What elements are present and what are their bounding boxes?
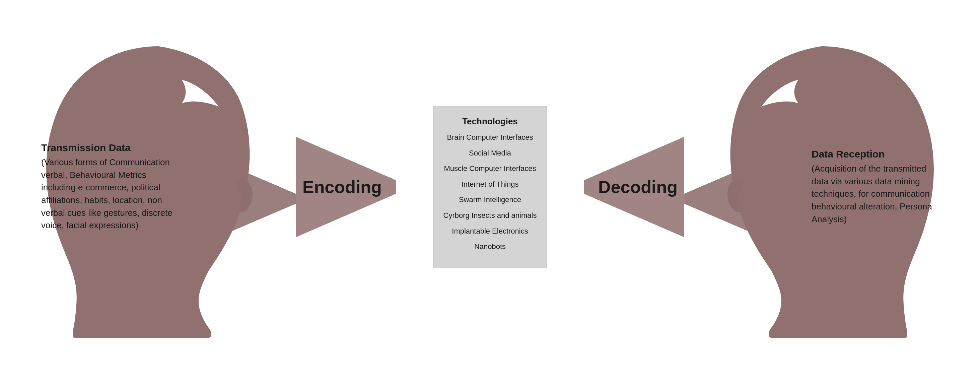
technologies-box: Technologies Brain Computer Interfaces S… (433, 106, 547, 268)
right-head: Data Reception (Acquisition of the trans… (684, 36, 959, 338)
reception-body: (Acquisition of the transmitted data via… (811, 162, 939, 226)
svg-marker-3 (684, 164, 755, 234)
tech-item-7: Implantable Electronics (440, 226, 540, 236)
svg-marker-0 (225, 164, 296, 234)
tech-item-8: Nanobots (440, 242, 540, 251)
middle-section: Encoding Technologies Brain Computer Int… (296, 36, 684, 338)
tech-item-4: Internet of Things (440, 180, 540, 189)
tech-item-2: Social Media (440, 148, 540, 158)
transmission-title: Transmission Data (41, 142, 182, 153)
tech-item-6: Cyrborg Insects and animals (440, 211, 540, 221)
reception-title: Data Reception (811, 148, 939, 160)
left-head: Transmission Data (Various forms of Comm… (21, 36, 296, 338)
right-text-overlay: Data Reception (Acquisition of the trans… (811, 148, 939, 226)
decoding-label: Decoding (598, 177, 678, 197)
left-text-overlay: Transmission Data (Various forms of Comm… (41, 142, 182, 232)
tech-item-3: Muscle Computer Interfaces (440, 164, 540, 173)
encoding-label: Encoding (302, 177, 382, 197)
diagram-container: Transmission Data (Various forms of Comm… (21, 19, 959, 355)
tech-item-5: Swarm Intelligence (440, 196, 540, 205)
tech-title: Technologies (440, 116, 540, 127)
tech-item-1: Brain Computer Interfaces (440, 133, 540, 142)
transmission-body: (Various forms of Communication verbal, … (41, 156, 182, 232)
